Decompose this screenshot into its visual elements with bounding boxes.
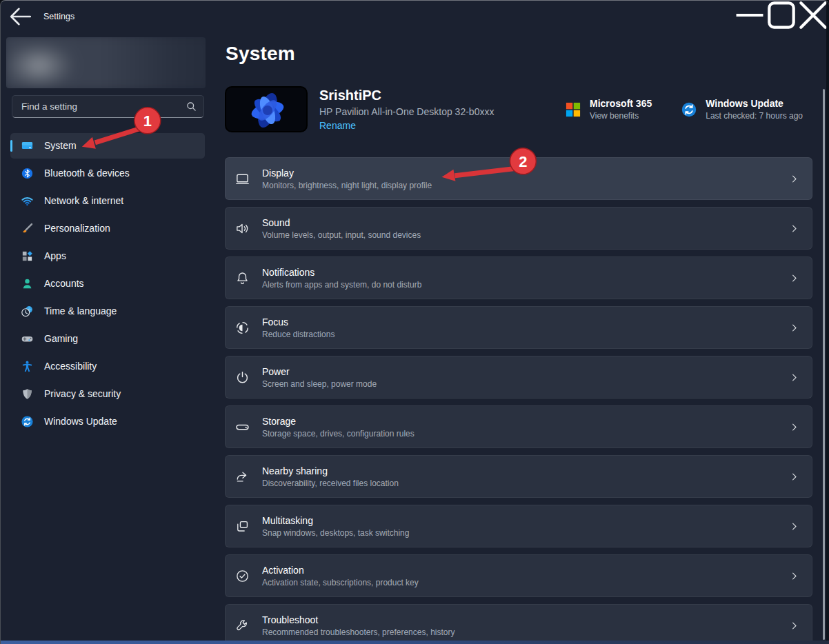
window-control-button[interactable] [766,1,797,30]
sidebar-item[interactable]: Personalization [10,216,205,241]
vertical-scrollbar[interactable] [823,89,825,640]
sidebar-item[interactable]: Apps [10,243,205,269]
sidebar-item[interactable]: Accessibility [10,354,205,379]
back-button[interactable] [8,5,34,28]
personalization-icon [21,222,34,235]
sidebar-item-label: Windows Update [44,416,117,427]
settings-row[interactable]: Storage Storage space, drives, configura… [225,405,812,448]
chevron-right-icon [786,571,802,581]
windows-bloom-image [225,86,308,132]
device-model: HP Pavilion All-in-One Desktop 32-b0xxx [319,106,494,117]
settings-row-subtitle: Screen and sleep, power mode [262,379,377,389]
chevron-right-icon [786,422,802,432]
avatar [6,37,206,88]
settings-row-title: Power [262,366,377,377]
storage-icon [234,419,250,435]
settings-row[interactable]: Sound Volume levels, output, input, soun… [225,207,812,250]
sound-icon [234,221,250,237]
sidebar-item-label: Network & internet [44,195,123,206]
window-control-button[interactable] [797,1,829,30]
settings-row-subtitle: Discoverability, received files location [262,479,399,488]
network-icon [21,194,34,208]
window-control-button[interactable] [734,1,766,30]
system-icon [21,139,34,152]
settings-row-title: Notifications [262,267,421,278]
window-right-edge [826,1,829,644]
chevron-right-icon [786,521,802,532]
notifications-icon [234,270,250,286]
settings-row-title: Multitasking [262,515,409,526]
troubleshoot-icon [234,618,250,634]
multitasking-icon [234,519,250,534]
settings-row[interactable]: Focus Reduce distractions [225,306,812,349]
quick-link-card[interactable]: Microsoft 365 View benefits [565,98,652,121]
settings-row[interactable]: Notifications Alerts from apps and syste… [225,256,812,299]
settings-row-title: Activation [262,565,419,576]
settings-row-title: Troubleshoot [262,614,455,625]
settings-row-subtitle: Recommended troubleshooters, preferences… [262,627,455,637]
settings-row-title: Nearby sharing [262,465,399,476]
bluetooth-icon [21,167,34,180]
search-input[interactable] [20,101,186,112]
device-header: SrishtiPC HP Pavilion All-in-One Desktop… [225,86,812,132]
chevron-right-icon [786,223,802,234]
settings-row[interactable]: Nearby sharing Discoverability, received… [225,455,812,498]
settings-row-title: Sound [262,217,421,228]
search-box [12,95,204,118]
user-profile-blurred[interactable] [6,37,206,88]
settings-row-subtitle: Monitors, brightness, night light, displ… [262,181,432,190]
close-icon [797,0,829,31]
sidebar-item-label: Personalization [44,223,110,234]
display-icon [234,171,250,187]
window-controls [734,1,829,30]
nearby-sharing-icon [234,469,250,485]
settings-row-subtitle: Reduce distractions [262,330,334,339]
settings-window: Settings [0,0,829,644]
settings-row[interactable]: Multitasking Snap windows, desktops, tas… [225,505,812,547]
sidebar-item[interactable]: Gaming [10,326,205,352]
chevron-right-icon [786,472,802,482]
sidebar-item-label: Gaming [44,333,78,344]
chevron-right-icon [786,174,802,184]
settings-row-subtitle: Activation state, subscriptions, product… [262,578,419,587]
accounts-icon [21,277,34,290]
sidebar-item[interactable]: Network & internet [10,188,205,214]
sidebar-item[interactable]: Time & language [10,299,205,324]
privacy-icon [21,388,34,401]
power-icon [234,370,250,385]
apps-icon [21,250,34,263]
sidebar-item-label: System [44,140,77,151]
sidebar-item-label: Accounts [44,278,84,289]
back-arrow-icon [8,3,34,30]
quick-link-subtitle: View benefits [590,111,652,121]
settings-row-title: Focus [262,316,334,328]
settings-row[interactable]: Troubleshoot Recommended troubleshooters… [225,604,812,644]
titlebar: Settings [1,1,829,32]
minimize-icon [734,0,766,31]
settings-row-subtitle: Storage space, drives, configuration rul… [262,429,415,439]
device-name: SrishtiPC [319,88,494,103]
settings-row-subtitle: Snap windows, desktops, task switching [262,528,409,538]
device-thumbnail-image [225,86,308,132]
quick-link-title: Microsoft 365 [590,98,652,109]
quick-link-card[interactable]: Windows Update Last checked: 7 hours ago [681,98,803,121]
settings-row[interactable]: Display Monitors, brightness, night ligh… [225,157,812,200]
activation-icon [234,568,250,584]
settings-row-title: Display [262,168,432,179]
settings-row-subtitle: Volume levels, output, input, sound devi… [262,230,421,240]
settings-row[interactable]: Power Screen and sleep, power mode [225,356,812,399]
settings-row[interactable]: Activation Activation state, subscriptio… [225,554,812,597]
sidebar-item[interactable]: Privacy & security [10,381,205,407]
sidebar-item-label: Apps [44,250,66,261]
sidebar-nav: System Bluetooth & devices Network & int… [1,132,214,435]
sidebar-item[interactable]: Bluetooth & devices [10,161,205,186]
quick-link-title: Windows Update [706,98,803,109]
sidebar-item[interactable]: System [10,133,205,159]
sidebar-item[interactable]: Accounts [10,271,205,296]
chevron-right-icon [786,372,802,383]
quick-links: Microsoft 365 View benefits Windows Upda… [565,98,812,121]
sidebar-item[interactable]: Windows Update [10,409,205,434]
page-title: System [226,43,829,65]
rename-link[interactable]: Rename [319,120,356,131]
sidebar-item-label: Accessibility [44,361,97,372]
